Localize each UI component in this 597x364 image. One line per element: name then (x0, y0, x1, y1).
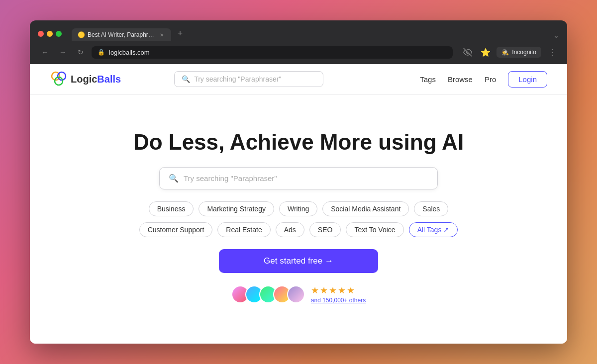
tag-customer-support[interactable]: Customer Support (139, 222, 213, 237)
page-content: LogicBalls 🔍 Try searching "Paraphraser"… (30, 64, 567, 344)
nav-search-icon: 🔍 (182, 75, 190, 83)
tag-sales[interactable]: Sales (414, 201, 448, 216)
browse-nav-link[interactable]: Browse (448, 75, 473, 84)
tags-row-1: Business Marketing Strategy Writing Soci… (149, 201, 449, 216)
star-3: ★ (329, 285, 337, 296)
tag-real-estate[interactable]: Real Estate (217, 222, 270, 237)
incognito-icon: 🕵️ (501, 49, 509, 56)
avatar-group (231, 285, 305, 303)
star-2: ★ (320, 285, 328, 296)
tags-row-2: Customer Support Real Estate Ads SEO Tex… (139, 222, 458, 237)
tab-expand-button[interactable]: ⌄ (553, 31, 559, 39)
traffic-lights (38, 31, 62, 37)
nav-links: Tags Browse Pro Login (420, 71, 547, 88)
eye-off-icon (461, 45, 475, 59)
hero-search-placeholder: Try searching "Paraphraser" (184, 174, 277, 182)
logo-text: LogicBalls (71, 74, 121, 85)
hero-title: Do Less, Achieve More using AI (133, 129, 464, 156)
incognito-button[interactable]: 🕵️ Incognito (497, 47, 541, 58)
address-bar: ← → ↻ 🔒 logicballs.com ⭐ 🕵️ Incognito (30, 41, 567, 64)
more-options-icon[interactable]: ⋮ (545, 45, 559, 59)
url-bar[interactable]: 🔒 logicballs.com (92, 46, 453, 59)
tag-marketing-strategy[interactable]: Marketing Strategy (199, 201, 274, 216)
close-window-button[interactable] (38, 31, 44, 37)
tab-favicon: 🟡 (78, 31, 85, 38)
navbar: LogicBalls 🔍 Try searching "Paraphraser"… (30, 64, 567, 94)
tag-ads[interactable]: Ads (276, 222, 304, 237)
social-proof-text[interactable]: and 150,000+ others (311, 297, 366, 304)
lock-icon: 🔒 (98, 49, 105, 56)
star-rating: ★ ★ ★ ★ ★ (311, 285, 366, 296)
logo[interactable]: LogicBalls (50, 70, 121, 88)
bookmark-icon[interactable]: ⭐ (479, 45, 493, 59)
logo-icon (50, 70, 68, 88)
tags-container: Business Marketing Strategy Writing Soci… (139, 201, 458, 237)
star-5: ★ (347, 285, 355, 296)
hero-section: Do Less, Achieve More using AI 🔍 Try sea… (30, 94, 567, 344)
tag-writing[interactable]: Writing (279, 201, 317, 216)
back-button[interactable]: ← (38, 45, 52, 59)
browser-actions: ⭐ 🕵️ Incognito ⋮ (461, 45, 559, 59)
tags-nav-link[interactable]: Tags (420, 75, 436, 84)
tag-all-tags[interactable]: All Tags ↗ (409, 222, 458, 237)
tag-seo[interactable]: SEO (309, 222, 341, 237)
browser-chrome: 🟡 Best AI Writer, Paraphrasing ✕ + ⌄ ← →… (30, 20, 567, 64)
forward-button[interactable]: → (56, 45, 70, 59)
new-tab-button[interactable]: + (173, 26, 187, 40)
tag-text-to-voice[interactable]: Text To Voice (346, 222, 403, 237)
tag-social-media-assistant[interactable]: Social Media Assistant (322, 201, 409, 216)
tag-business[interactable]: Business (149, 201, 194, 216)
hero-search-icon: 🔍 (169, 174, 179, 183)
title-bar: 🟡 Best AI Writer, Paraphrasing ✕ + ⌄ (30, 20, 567, 41)
tab-bar: 🟡 Best AI Writer, Paraphrasing ✕ + ⌄ (72, 26, 559, 41)
login-button[interactable]: Login (508, 71, 547, 88)
avatar (287, 285, 305, 303)
tab-title: Best AI Writer, Paraphrasing (88, 31, 155, 38)
url-text: logicballs.com (109, 49, 150, 56)
star-1: ★ (311, 285, 319, 296)
nav-search-placeholder: Try searching "Paraphraser" (194, 75, 281, 83)
pro-nav-link[interactable]: Pro (485, 75, 496, 84)
nav-search-bar[interactable]: 🔍 Try searching "Paraphraser" (174, 71, 323, 87)
browser-window: 🟡 Best AI Writer, Paraphrasing ✕ + ⌄ ← →… (30, 20, 567, 344)
active-tab[interactable]: 🟡 Best AI Writer, Paraphrasing ✕ (72, 28, 171, 41)
star-4: ★ (338, 285, 346, 296)
minimize-window-button[interactable] (47, 31, 53, 37)
stars-section: ★ ★ ★ ★ ★ and 150,000+ others (311, 285, 366, 304)
incognito-label: Incognito (512, 49, 536, 56)
get-started-button[interactable]: Get started free → (219, 249, 378, 273)
refresh-button[interactable]: ↻ (74, 45, 88, 59)
social-proof: ★ ★ ★ ★ ★ and 150,000+ others (231, 285, 366, 304)
hero-search-bar[interactable]: 🔍 Try searching "Paraphraser" (159, 167, 438, 189)
tab-close-icon[interactable]: ✕ (158, 31, 165, 38)
maximize-window-button[interactable] (56, 31, 62, 37)
